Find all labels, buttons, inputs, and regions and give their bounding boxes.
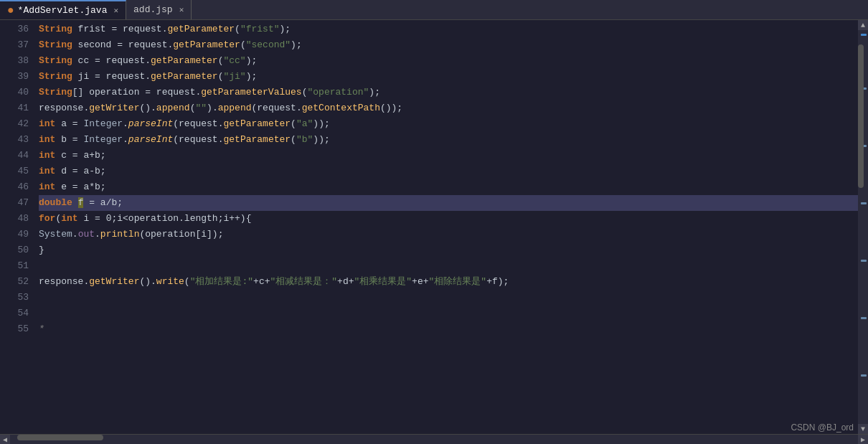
token: frist = request. bbox=[72, 24, 168, 34]
token: getParameter bbox=[223, 118, 291, 129]
line-number-50: 50 bbox=[7, 242, 29, 258]
token: ji = request. bbox=[72, 71, 151, 82]
line-number-39: 39 bbox=[7, 69, 29, 85]
token bbox=[72, 197, 78, 208]
token: cc = request. bbox=[72, 55, 151, 66]
tab-AddServlet[interactable]: ● *AddServlet.java ✕ bbox=[0, 0, 126, 19]
token: "" bbox=[195, 103, 207, 113]
code-line-45: int d = a-b; bbox=[39, 164, 858, 179]
token: = a/b; bbox=[83, 197, 123, 208]
line-number-42: 42 bbox=[7, 116, 29, 132]
line-number-44: 44 bbox=[7, 148, 29, 164]
token: "a" bbox=[296, 118, 313, 129]
token: ( bbox=[184, 276, 190, 287]
token: String bbox=[39, 87, 72, 98]
token: ); bbox=[291, 39, 302, 50]
scrollbar-thumb[interactable] bbox=[858, 44, 864, 188]
token: getParameter bbox=[151, 55, 218, 66]
scrollbar-left-arrow[interactable]: ◀ bbox=[0, 435, 10, 445]
token: "frist" bbox=[240, 24, 280, 34]
token: +f); bbox=[486, 276, 509, 287]
tab-label-AddServlet: *AddServlet.java bbox=[18, 5, 108, 16]
scrollbar-h-thumb[interactable] bbox=[17, 435, 103, 440]
code-line-54 bbox=[39, 306, 858, 321]
scrollbar-horizontal[interactable]: ◀ ▶ bbox=[0, 434, 868, 444]
token: parseInt bbox=[128, 134, 173, 145]
token: int bbox=[39, 118, 55, 129]
editor-container: ● *AddServlet.java ✕ add.jsp ✕ 363738394… bbox=[0, 0, 868, 444]
token: "相加结果是:" bbox=[190, 276, 253, 287]
code-line-43: int b = Integer.parseInt(request.getPara… bbox=[39, 132, 858, 148]
minimap-marker-1 bbox=[861, 34, 867, 36]
token: (request. bbox=[173, 118, 223, 129]
token: (request. bbox=[252, 103, 302, 113]
code-line-49: System.out.println(operation[i]); bbox=[39, 227, 858, 242]
token: getParameter bbox=[173, 39, 240, 50]
line-number-53: 53 bbox=[7, 290, 29, 306]
tab-label-add-jsp: add.jsp bbox=[133, 4, 173, 15]
token: "相减结果是：" bbox=[270, 276, 337, 287]
code-line-53 bbox=[39, 290, 858, 306]
line-number-37: 37 bbox=[7, 37, 29, 53]
token: (). bbox=[139, 103, 156, 113]
tab-close-AddServlet[interactable]: ✕ bbox=[113, 6, 118, 15]
tab-add-jsp[interactable]: add.jsp ✕ bbox=[126, 0, 192, 19]
line-number-46: 46 bbox=[7, 179, 29, 195]
code-line-37: String second = request.getParameter("se… bbox=[39, 37, 858, 53]
code-line-36: String frist = request.getParameter("fri… bbox=[39, 22, 858, 37]
token: (operation[i]); bbox=[139, 229, 223, 240]
token: "ji" bbox=[223, 71, 245, 82]
token: getWriter bbox=[89, 103, 139, 113]
token: int bbox=[39, 166, 55, 176]
token: response. bbox=[39, 276, 89, 287]
token: "相除结果是" bbox=[429, 276, 487, 287]
token: "b" bbox=[296, 134, 313, 145]
line-number-47: 47 bbox=[7, 195, 29, 211]
code-line-38: String cc = request.getParameter("cc"); bbox=[39, 53, 858, 69]
code-line-51 bbox=[39, 258, 858, 274]
token: [] operation = request. bbox=[72, 87, 201, 98]
line-number-40: 40 bbox=[7, 85, 29, 100]
code-line-40: String[] operation = request.getParamete… bbox=[39, 85, 858, 100]
token: println bbox=[100, 229, 140, 240]
token: second = request. bbox=[72, 39, 173, 50]
scrollbar-vertical[interactable]: ▲ ▼ bbox=[858, 20, 868, 434]
minimap-marker-7 bbox=[861, 374, 867, 377]
token: )); bbox=[313, 118, 329, 129]
token: +e+ bbox=[412, 276, 428, 287]
scrollbar-up-arrow[interactable]: ▲ bbox=[858, 20, 868, 30]
token: getParameter bbox=[223, 134, 291, 145]
line-number-49: 49 bbox=[7, 227, 29, 242]
line-number-38: 38 bbox=[7, 53, 29, 69]
line-number-52: 52 bbox=[7, 274, 29, 290]
token: Integer bbox=[83, 134, 123, 145]
token: i = 0;i<operation.length;i++){ bbox=[78, 213, 252, 224]
token: ( bbox=[291, 118, 296, 129]
token: ( bbox=[235, 24, 240, 34]
token: "相乘结果是" bbox=[354, 276, 412, 287]
code-line-48: for(int i = 0;i<operation.length;i++){ bbox=[39, 211, 858, 227]
line-number-55: 55 bbox=[7, 321, 29, 337]
line-number-36: 36 bbox=[7, 22, 29, 37]
line-number-54: 54 bbox=[7, 306, 29, 321]
token: ( bbox=[291, 134, 296, 145]
minimap-marker-6 bbox=[861, 317, 867, 319]
token: getContextPath bbox=[302, 103, 380, 113]
code-line-55: * bbox=[39, 321, 858, 337]
code-line-39: String ji = request.getParameter("ji"); bbox=[39, 69, 858, 85]
tab-bar: ● *AddServlet.java ✕ add.jsp ✕ bbox=[0, 0, 868, 20]
token: "operation" bbox=[308, 87, 369, 98]
scrollbar-down-arrow[interactable]: ▼ bbox=[858, 424, 868, 434]
token: (request. bbox=[173, 134, 223, 145]
tab-close-add-jsp[interactable]: ✕ bbox=[179, 5, 184, 14]
token: String bbox=[39, 39, 72, 50]
token: } bbox=[39, 245, 44, 255]
scrollbar-right-arrow[interactable]: ▶ bbox=[858, 435, 868, 445]
minimap-marker-5 bbox=[861, 260, 867, 262]
token: getWriter bbox=[89, 276, 139, 287]
code-line-44: int c = a+b; bbox=[39, 148, 858, 164]
code-content[interactable]: String frist = request.getParameter("fri… bbox=[36, 20, 858, 434]
token: Integer bbox=[83, 118, 123, 129]
token: ); bbox=[279, 24, 291, 34]
token: ()); bbox=[380, 103, 402, 113]
